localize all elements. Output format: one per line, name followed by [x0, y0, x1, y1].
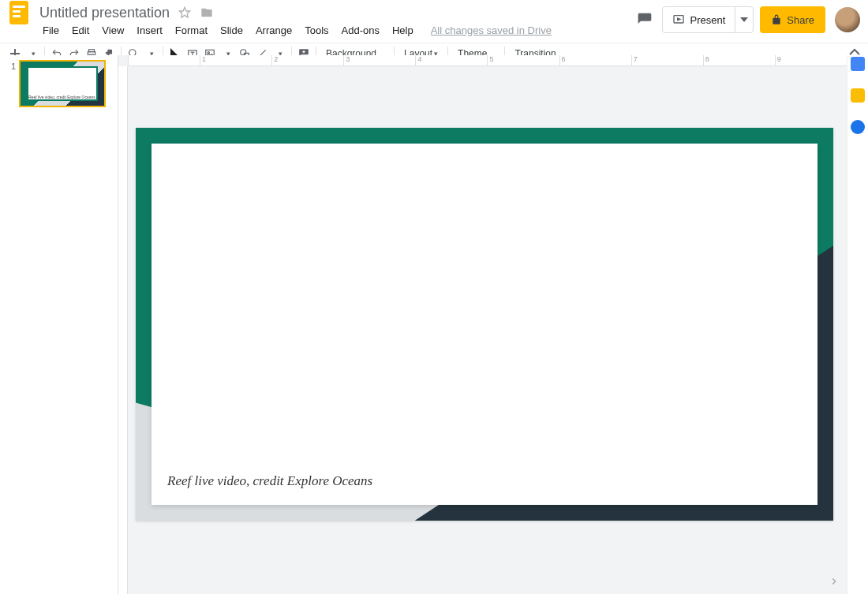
menu-help[interactable]: Help [386, 21, 420, 39]
menu-format[interactable]: Format [169, 21, 214, 39]
keep-icon[interactable] [851, 88, 865, 103]
thumbnail-caption: Reef live video, credit Explore Oceans [28, 95, 95, 99]
menu-tools[interactable]: Tools [298, 21, 335, 39]
slide-number: 1 [5, 60, 16, 71]
vertical-ruler[interactable] [118, 66, 128, 594]
svg-point-15 [241, 50, 246, 55]
slide-thumbnail-1[interactable]: 1 Reef live video, credit Explore Oceans [0, 58, 118, 109]
slide-caption-text[interactable]: Reef live video, credit Explore Oceans [167, 473, 372, 489]
svg-marker-2 [678, 18, 680, 21]
explore-button[interactable] [826, 573, 842, 589]
present-label: Present [690, 14, 725, 26]
svg-rect-4 [10, 53, 20, 54]
calendar-icon[interactable] [851, 57, 865, 71]
star-icon[interactable] [178, 6, 192, 20]
menu-arrange[interactable]: Arrange [249, 21, 298, 39]
present-options-dropdown[interactable] [735, 7, 753, 32]
comments-button[interactable] [634, 9, 656, 31]
menu-insert[interactable]: Insert [130, 21, 169, 39]
save-status[interactable]: All changes saved in Drive [425, 21, 558, 39]
share-button[interactable]: Share [760, 6, 825, 33]
move-folder-icon[interactable] [200, 6, 214, 20]
menu-edit[interactable]: Edit [65, 21, 95, 39]
present-button[interactable]: Present [663, 7, 735, 32]
doc-title[interactable]: Untitled presentation [39, 5, 170, 21]
horizontal-ruler[interactable]: 123456789 [128, 55, 847, 66]
menu-file[interactable]: File [36, 21, 65, 39]
menu-view[interactable]: View [95, 21, 130, 39]
tasks-icon[interactable] [851, 120, 865, 134]
account-avatar[interactable] [835, 7, 860, 32]
filmstrip[interactable]: 1 Reef live video, credit Explore Oceans [0, 55, 118, 594]
slide-canvas[interactable]: Reef live video, credit Explore Oceans [136, 128, 833, 521]
side-panel-rail [847, 55, 868, 594]
menu-slide[interactable]: Slide [214, 21, 249, 39]
svg-marker-0 [179, 7, 189, 17]
menu-addons[interactable]: Add-ons [335, 21, 386, 39]
slide-content-box[interactable]: Reef live video, credit Explore Oceans [152, 144, 817, 505]
share-label: Share [787, 14, 814, 26]
slide-canvas-area[interactable]: 123456789 Reef live video, credit Explor… [118, 55, 847, 594]
slides-app-logo[interactable] [9, 1, 28, 24]
